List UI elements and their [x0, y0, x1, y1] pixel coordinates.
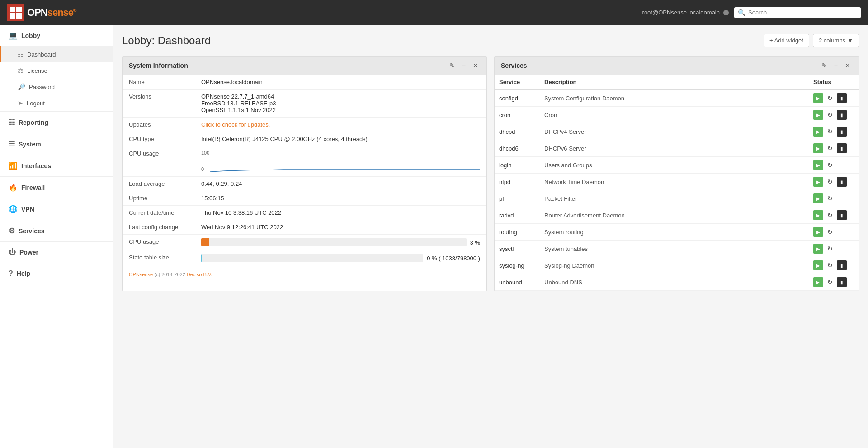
- sidebar-item-interfaces[interactable]: 📶 Interfaces: [0, 155, 113, 176]
- service-restart-button[interactable]: ↻: [825, 227, 835, 237]
- sidebar-password-label: Password: [29, 84, 55, 90]
- sidebar-item-reporting[interactable]: ☷ Reporting: [0, 112, 113, 133]
- system-info-widget: System Information ✎ − ✕ Name OPNsense.l…: [122, 56, 487, 291]
- service-name: pf: [495, 190, 540, 207]
- service-start-button[interactable]: ▶: [813, 160, 823, 170]
- sidebar-power-label: Power: [19, 249, 38, 256]
- system-info-edit-button[interactable]: ✎: [448, 61, 457, 70]
- sidebar-item-system[interactable]: ☰ System: [0, 133, 113, 155]
- sidebar-section-vpn: 🌐 VPN: [0, 198, 113, 220]
- sidebar-item-password[interactable]: 🔎 Password: [0, 79, 113, 95]
- service-start-button[interactable]: ▶: [813, 177, 823, 187]
- service-stop-button[interactable]: ▮: [837, 110, 847, 120]
- service-name: routing: [495, 224, 540, 241]
- sidebar-item-license[interactable]: ⚖ License: [0, 62, 113, 79]
- service-action-group: ▶↻: [813, 193, 854, 203]
- main-content: Lobby: Dashboard + Add widget 2 columns …: [113, 25, 868, 448]
- sidebar-item-logout[interactable]: ➤ Logout: [0, 95, 113, 111]
- username-label: root@OPNsense.localdomain: [642, 9, 720, 16]
- service-restart-button[interactable]: ↻: [825, 143, 835, 153]
- service-restart-button[interactable]: ↻: [825, 177, 835, 187]
- services-title: Services: [501, 62, 527, 69]
- service-status: ▶↻▮: [809, 174, 859, 190]
- svg-rect-0: [10, 7, 15, 12]
- footer-opnsense[interactable]: OPNsense: [129, 272, 153, 277]
- service-restart-button[interactable]: ↻: [825, 277, 835, 287]
- service-start-button[interactable]: ▶: [813, 260, 823, 270]
- service-stop-button[interactable]: ▮: [837, 277, 847, 287]
- services-close-button[interactable]: ✕: [843, 61, 852, 70]
- system-info-widget-header: System Information ✎ − ✕: [123, 57, 486, 75]
- service-start-button[interactable]: ▶: [813, 193, 823, 203]
- service-start-button[interactable]: ▶: [813, 143, 823, 153]
- sidebar-section-system: ☰ System: [0, 133, 113, 155]
- service-stop-button[interactable]: ▮: [837, 127, 847, 137]
- service-action-group: ▶↻▮: [813, 110, 854, 120]
- service-description: DHCPv4 Server: [540, 123, 809, 140]
- service-name: cron: [495, 107, 540, 123]
- service-start-button[interactable]: ▶: [813, 210, 823, 220]
- service-status: ▶↻▮: [809, 140, 859, 157]
- services-edit-button[interactable]: ✎: [820, 61, 829, 70]
- service-start-button[interactable]: ▶: [813, 110, 823, 120]
- system-info-minimize-button[interactable]: −: [460, 61, 467, 70]
- sidebar-section-help: ? Help: [0, 263, 113, 284]
- services-widget: Services ✎ − ✕ Service Description Statu…: [494, 56, 859, 291]
- check-updates-link[interactable]: Click to check for updates.: [201, 121, 270, 128]
- service-start-button[interactable]: ▶: [813, 277, 823, 287]
- sidebar-item-power[interactable]: ⏻ Power: [0, 242, 113, 263]
- service-start-button[interactable]: ▶: [813, 127, 823, 137]
- sidebar-section-firewall: 🔥 Firewall: [0, 177, 113, 198]
- sidebar-reporting-label: Reporting: [19, 119, 48, 126]
- sidebar-parent-lobby[interactable]: 💻 Lobby: [0, 25, 113, 46]
- service-action-group: ▶↻: [813, 244, 854, 254]
- service-stop-button[interactable]: ▮: [837, 93, 847, 103]
- service-stop-button[interactable]: ▮: [837, 210, 847, 220]
- sidebar-item-firewall[interactable]: 🔥 Firewall: [0, 177, 113, 198]
- add-widget-button[interactable]: + Add widget: [764, 34, 809, 47]
- table-row: CPU type Intel(R) Celeron(R) J4125 CPU @…: [123, 132, 486, 146]
- chart-icon: ☷: [9, 118, 15, 127]
- system-info-close-button[interactable]: ✕: [471, 61, 480, 70]
- dashboard-grid: System Information ✎ − ✕ Name OPNsense.l…: [122, 56, 859, 291]
- service-restart-button[interactable]: ↻: [825, 193, 835, 203]
- services-minimize-button[interactable]: −: [832, 61, 840, 70]
- info-label: CPU usage: [123, 146, 195, 177]
- footer-company[interactable]: Deciso B.V.: [187, 272, 212, 277]
- service-stop-button[interactable]: ▮: [837, 143, 847, 153]
- cpu-chart-svg: [210, 150, 480, 173]
- service-start-button[interactable]: ▶: [813, 244, 823, 254]
- service-restart-button[interactable]: ↻: [825, 210, 835, 220]
- service-stop-button[interactable]: ▮: [837, 260, 847, 270]
- table-row: Current date/time Thu Nov 10 3:38:16 UTC…: [123, 206, 486, 220]
- service-restart-button[interactable]: ↻: [825, 110, 835, 120]
- service-description: System Configuration Daemon: [540, 90, 809, 107]
- service-restart-button[interactable]: ↻: [825, 127, 835, 137]
- user-display: root@OPNsense.localdomain: [642, 9, 729, 16]
- service-status: ▶↻: [809, 224, 859, 241]
- service-restart-button[interactable]: ↻: [825, 93, 835, 103]
- info-value[interactable]: Click to check for updates.: [195, 118, 486, 132]
- sidebar-item-vpn[interactable]: 🌐 VPN: [0, 198, 113, 220]
- service-restart-button[interactable]: ↻: [825, 244, 835, 254]
- service-status: ▶↻▮: [809, 90, 859, 107]
- sidebar: 💻 Lobby ☷ Dashboard ⚖ License 🔎 Password…: [0, 25, 113, 448]
- services-widget-header: Services ✎ − ✕: [495, 57, 859, 75]
- search-bar[interactable]: 🔍: [734, 7, 861, 18]
- widget-footer: OPNsense (c) 2014-2022 Deciso B.V.: [123, 266, 486, 283]
- table-row: Uptime 15:06:15: [123, 191, 486, 206]
- service-restart-button[interactable]: ↻: [825, 260, 835, 270]
- service-restart-button[interactable]: ↻: [825, 160, 835, 170]
- service-start-button[interactable]: ▶: [813, 93, 823, 103]
- sidebar-item-services[interactable]: ⚙ Services: [0, 220, 113, 241]
- service-action-group: ▶↻▮: [813, 277, 854, 287]
- info-label: CPU usage: [123, 235, 195, 250]
- columns-selector[interactable]: 2 columns ▼: [813, 34, 859, 47]
- table-header-row: Service Description Status: [495, 75, 859, 90]
- sidebar-item-help[interactable]: ? Help: [0, 263, 113, 284]
- search-input[interactable]: [748, 9, 857, 16]
- service-stop-button[interactable]: ▮: [837, 177, 847, 187]
- sidebar-item-dashboard[interactable]: ☷ Dashboard: [0, 46, 113, 62]
- table-row: configdSystem Configuration Daemon▶↻▮: [495, 90, 859, 107]
- service-start-button[interactable]: ▶: [813, 227, 823, 237]
